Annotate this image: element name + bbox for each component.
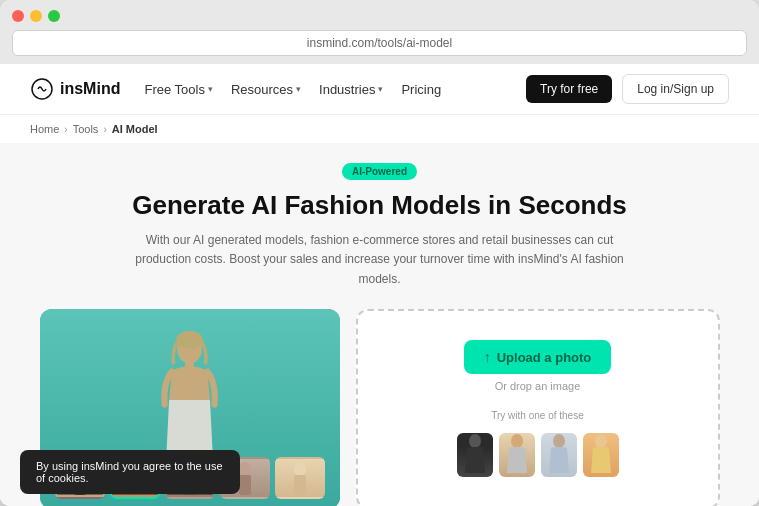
svg-point-2	[176, 331, 203, 349]
hero-subtitle: With our AI generated models, fashion e-…	[120, 231, 640, 289]
navbar: insMind Free Tools ▾ Resources ▾ Industr…	[0, 64, 759, 115]
nav-actions: Try for free Log in/Sign up	[526, 74, 729, 104]
breadcrumb-separator: ›	[103, 124, 106, 135]
logo-text: insMind	[60, 80, 120, 98]
close-button[interactable]	[12, 10, 24, 22]
upload-photo-button[interactable]: ↑ Upload a photo	[464, 340, 612, 374]
sample-thumb-1[interactable]	[457, 433, 493, 477]
nav-pricing[interactable]: Pricing	[401, 82, 441, 97]
nav-resources[interactable]: Resources ▾	[231, 82, 301, 97]
hero-title: Generate AI Fashion Models in Seconds	[132, 190, 627, 221]
chevron-down-icon: ▾	[296, 84, 301, 94]
nav-pricing-label: Pricing	[401, 82, 441, 97]
thumb-face	[277, 459, 323, 497]
ai-powered-badge: AI-Powered	[342, 163, 417, 180]
chevron-down-icon: ▾	[208, 84, 213, 94]
svg-point-15	[511, 434, 523, 448]
logo[interactable]: insMind	[30, 77, 120, 101]
hero-section: AI-Powered Generate AI Fashion Models in…	[0, 143, 759, 506]
browser-chrome: insmind.com/tools/ai-model	[0, 0, 759, 64]
try-text: Try with one of these	[491, 410, 583, 421]
sample-thumbnails	[457, 433, 619, 477]
browser-window: insmind.com/tools/ai-model insMind Free …	[0, 0, 759, 506]
address-bar[interactable]: insmind.com/tools/ai-model	[12, 30, 747, 56]
breadcrumb-current: AI Model	[112, 123, 158, 135]
svg-point-12	[294, 462, 306, 476]
nav-free-tools[interactable]: Free Tools ▾	[144, 82, 212, 97]
logo-icon	[30, 77, 54, 101]
svg-point-10	[239, 462, 251, 476]
page-content: insMind Free Tools ▾ Resources ▾ Industr…	[0, 64, 759, 506]
sample-thumb-4[interactable]	[583, 433, 619, 477]
address-text: insmind.com/tools/ai-model	[307, 36, 452, 50]
sample-thumb-2[interactable]	[499, 433, 535, 477]
svg-rect-11	[239, 475, 251, 495]
traffic-lights	[12, 10, 747, 22]
upload-button-label: Upload a photo	[497, 350, 592, 365]
cookie-text: By using insMind you agree to the use of…	[36, 460, 223, 484]
sample-thumb-3[interactable]	[541, 433, 577, 477]
login-button[interactable]: Log in/Sign up	[622, 74, 729, 104]
breadcrumb-separator: ›	[64, 124, 67, 135]
svg-point-14	[469, 434, 481, 448]
thumbnail-5[interactable]	[275, 457, 325, 499]
nav-industries-label: Industries	[319, 82, 375, 97]
nav-free-tools-label: Free Tools	[144, 82, 204, 97]
breadcrumb-tools[interactable]: Tools	[73, 123, 99, 135]
cookie-banner: By using insMind you agree to the use of…	[20, 450, 240, 494]
breadcrumb: Home › Tools › AI Model	[0, 115, 759, 143]
nav-resources-label: Resources	[231, 82, 293, 97]
drop-text: Or drop an image	[495, 380, 581, 392]
svg-rect-13	[294, 475, 306, 495]
nav-industries[interactable]: Industries ▾	[319, 82, 383, 97]
upload-arrow-icon: ↑	[484, 349, 491, 365]
breadcrumb-home[interactable]: Home	[30, 123, 59, 135]
try-for-free-button[interactable]: Try for free	[526, 75, 612, 103]
chevron-down-icon: ▾	[378, 84, 383, 94]
maximize-button[interactable]	[48, 10, 60, 22]
upload-panel: ↑ Upload a photo Or drop an image Try wi…	[356, 309, 720, 506]
svg-point-16	[553, 434, 565, 448]
minimize-button[interactable]	[30, 10, 42, 22]
svg-point-17	[595, 434, 607, 448]
nav-links: Free Tools ▾ Resources ▾ Industries ▾ Pr…	[144, 82, 502, 97]
